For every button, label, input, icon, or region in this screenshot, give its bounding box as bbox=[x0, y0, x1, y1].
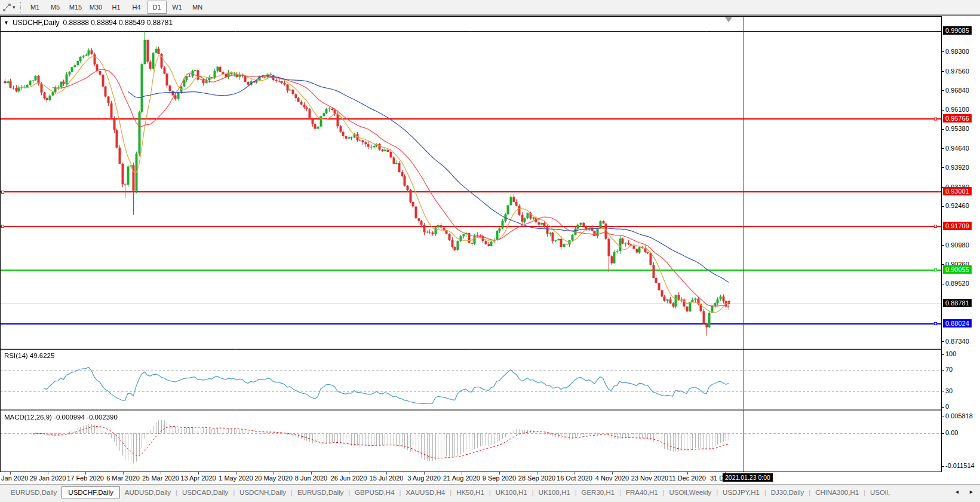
timeframe-button-group: M1M5M15M30H1H4D1W1MN bbox=[25, 1, 208, 14]
price-level-box[interactable]: 0.93001 bbox=[943, 187, 972, 195]
price-axis-tick bbox=[942, 284, 944, 284]
rsi-axis-label: 30 bbox=[945, 387, 953, 394]
toolbar-grip bbox=[20, 2, 21, 13]
timeframe-button-m1[interactable]: M1 bbox=[26, 1, 45, 14]
timeframe-button-d1[interactable]: D1 bbox=[148, 1, 167, 14]
chart-tab-uk100-h1[interactable]: UK100,H1 bbox=[534, 487, 575, 498]
timeframe-button-h1[interactable]: H1 bbox=[107, 1, 126, 14]
chart-tab-usoil-weekly[interactable]: USOil,Weekly bbox=[665, 487, 717, 498]
price-axis-label: 0.96100 bbox=[945, 106, 969, 113]
cursor-date-box: 2021.01.23 0:00 bbox=[723, 473, 773, 482]
chart-tab-usdcnh-daily[interactable]: USDCNH,Daily bbox=[235, 487, 291, 498]
timeframe-button-w1[interactable]: W1 bbox=[168, 1, 187, 14]
trendline-tool-icon[interactable] bbox=[2, 3, 11, 12]
date-axis-label: 11 Dec 2020 bbox=[669, 475, 706, 482]
price-axis-label: 0.97560 bbox=[945, 68, 969, 75]
price-axis-label: 0.87340 bbox=[945, 338, 969, 345]
chart-tab-hk50-h1[interactable]: HK50,H1 bbox=[451, 487, 489, 498]
date-axis-label: 25 Mar 2020 bbox=[142, 475, 179, 482]
chart-tab-china300-h1[interactable]: CHINA300,H1 bbox=[810, 487, 864, 498]
rsi-axis-tick bbox=[942, 407, 944, 408]
date-axis-label: 1 May 2020 bbox=[219, 475, 253, 482]
chart-tab-eurusd-daily[interactable]: EURUSD,Daily bbox=[293, 487, 348, 498]
timeframe-button-h4[interactable]: H4 bbox=[127, 1, 146, 14]
price-axis-tick bbox=[942, 71, 944, 72]
price-axis-tick bbox=[942, 167, 944, 168]
date-axis-label: 6 Mar 2020 bbox=[106, 475, 140, 482]
chart-tab-ger30-h1[interactable]: GER30,H1 bbox=[577, 487, 620, 498]
timeframe-button-m30[interactable]: M30 bbox=[87, 1, 106, 14]
chart-tab-bar: EURUSD,DailyUSDCHF,DailyAUDUSD,Daily|USD… bbox=[0, 484, 980, 501]
date-axis-label: 8 Jun 2020 bbox=[295, 475, 327, 482]
chart-tab-usoil-[interactable]: USOil, bbox=[865, 487, 895, 498]
date-axis-label: 4 Nov 2020 bbox=[595, 475, 629, 482]
rsi-axis-label: 0 bbox=[945, 403, 949, 410]
top-toolbar: ▾ M1M5M15M30H1H4D1W1MN bbox=[0, 0, 980, 15]
date-axis-label: 23 Nov 2020 bbox=[631, 475, 668, 482]
date-axis-label: 16 Oct 2020 bbox=[557, 475, 592, 482]
price-level-box[interactable]: 0.91709 bbox=[943, 222, 972, 230]
chart-tab-fra40-h1[interactable]: FRA40,H1 bbox=[621, 487, 663, 498]
rsi-indicator-label: RSI(14) 49.6225 bbox=[4, 352, 54, 359]
date-axis-label: 28 Sep 2020 bbox=[518, 475, 555, 482]
date-axis-label: 21 Aug 2020 bbox=[443, 475, 480, 482]
tab-scroll-right-icon[interactable]: ► bbox=[969, 489, 974, 495]
price-axis-label: 0.93920 bbox=[945, 164, 969, 171]
chart-ohlc-values: 0.88888 0.88894 0.88549 0.88781 bbox=[63, 19, 173, 27]
collapse-icon[interactable]: ▼ bbox=[4, 20, 9, 26]
chart-tab-eurusd-daily[interactable]: EURUSD,Daily bbox=[6, 487, 62, 498]
date-axis-label: 29 Jan 2020 bbox=[30, 475, 66, 482]
macd-indicator-label: MACD(12,26,9) -0.000994 -0.002390 bbox=[4, 414, 118, 421]
price-level-box[interactable]: 0.88781 bbox=[943, 299, 972, 307]
chart-shift-marker[interactable] bbox=[725, 17, 732, 22]
chart-tab-uk100-h1[interactable]: UK100,H1 bbox=[491, 487, 532, 498]
rsi-axis-label: 100 bbox=[945, 350, 956, 357]
date-axis-label: 10 Jan 2020 bbox=[0, 475, 28, 482]
price-axis-label: 0.94640 bbox=[945, 145, 969, 152]
price-level-box[interactable]: 0.90055 bbox=[943, 265, 972, 274]
chart-tab-usdcad-daily[interactable]: USDCAD,Daily bbox=[177, 487, 233, 498]
macd-axis-label: 0.005818 bbox=[945, 412, 973, 420]
price-axis-label: 0.95380 bbox=[945, 125, 969, 132]
rsi-axis-tick bbox=[942, 354, 944, 355]
rsi-axis-label: 70 bbox=[945, 366, 953, 373]
price-level-box[interactable]: 0.88024 bbox=[943, 319, 972, 327]
date-axis-label: 17 Feb 2020 bbox=[67, 475, 104, 482]
timeframe-button-m5[interactable]: M5 bbox=[46, 1, 65, 14]
price-axis-tick bbox=[942, 90, 944, 91]
price-axis-tick bbox=[942, 129, 944, 130]
price-axis-label: 0.96840 bbox=[945, 87, 969, 94]
macd-axis-tick bbox=[942, 466, 944, 467]
chart-canvas[interactable] bbox=[0, 16, 942, 472]
date-axis-label: 13 Apr 2020 bbox=[180, 475, 216, 482]
toolbar-dropdown-icon[interactable]: ▾ bbox=[13, 4, 16, 10]
chart-tab-xauusd-h4[interactable]: XAUUSD,H4 bbox=[401, 487, 450, 498]
tab-scroll-left-icon[interactable]: ◄ bbox=[954, 489, 960, 495]
price-axis-tick bbox=[942, 341, 944, 342]
macd-axis-tick bbox=[942, 433, 944, 434]
rsi-axis-tick bbox=[942, 370, 944, 371]
chart-symbol-label: USDCHF,Daily bbox=[13, 19, 60, 27]
macd-axis-label: -0.011514 bbox=[945, 462, 975, 469]
price-axis-tick bbox=[942, 110, 944, 111]
price-axis-label: 0.89520 bbox=[945, 280, 969, 287]
timeframe-button-m15[interactable]: M15 bbox=[66, 1, 85, 14]
chart-tab-dj30-daily[interactable]: DJ30,Daily bbox=[766, 487, 809, 498]
date-axis-label: 3 Aug 2020 bbox=[407, 475, 441, 482]
price-axis-label: 0.98300 bbox=[945, 48, 969, 55]
chart-tab-audusd-daily[interactable]: AUDUSD,Daily bbox=[120, 487, 176, 498]
chart-tab-usdchf-daily[interactable]: USDCHF,Daily bbox=[62, 486, 119, 498]
price-axis-label: 0.90980 bbox=[945, 241, 969, 249]
price-axis-tick bbox=[942, 51, 944, 52]
price-axis-tick bbox=[942, 206, 944, 207]
price-level-box[interactable]: 0.99085 bbox=[943, 26, 972, 35]
macd-axis-tick bbox=[942, 417, 944, 417]
timeframe-button-mn[interactable]: MN bbox=[188, 1, 207, 14]
rsi-axis-tick bbox=[942, 391, 944, 391]
chart-tab-usdjpy-h1[interactable]: USDJPY,H1 bbox=[718, 487, 764, 498]
chart-title: ▼ USDCHF,Daily 0.88888 0.88894 0.88549 0… bbox=[4, 19, 173, 27]
macd-axis-label: 0.00 bbox=[945, 429, 958, 436]
date-axis-label: 9 Sep 2020 bbox=[483, 475, 516, 482]
chart-tab-gbpusd-h4[interactable]: GBPUSD,H4 bbox=[350, 487, 399, 498]
price-level-box[interactable]: 0.95766 bbox=[943, 114, 972, 123]
